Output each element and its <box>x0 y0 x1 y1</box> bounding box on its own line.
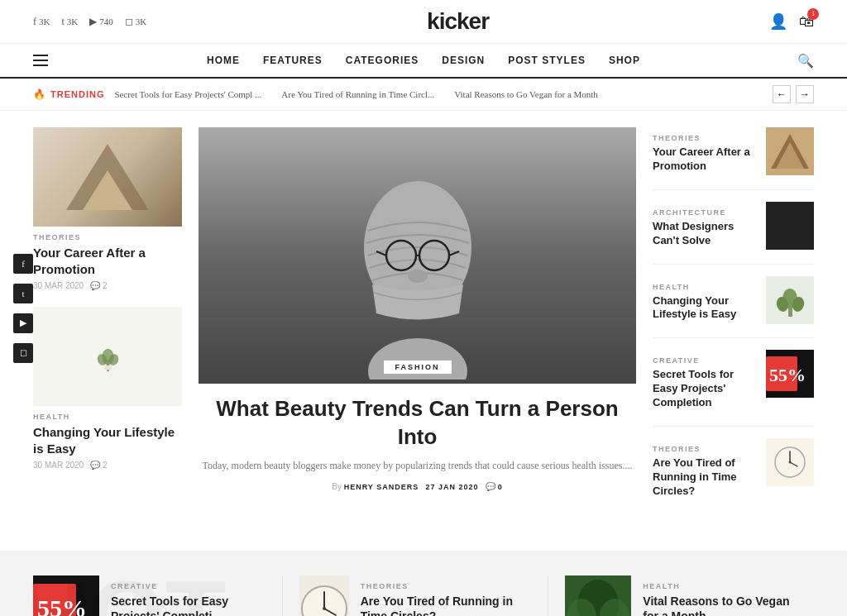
right-art-4-title[interactable]: Secret Tools for Easy Projects' Completi… <box>653 368 758 410</box>
youtube-icon: ▶ <box>89 16 97 28</box>
top-bar: f 3K t 3K ▶ 740 ◻ 3K kicker 👤 🛍 1 <box>0 0 847 44</box>
bottom-3-cat: HEALTH <box>643 582 797 590</box>
bottom-3-title[interactable]: Vital Reasons to Go Vegan for a Month <box>643 594 797 616</box>
twitter-count: t 3K <box>61 16 78 28</box>
svg-point-7 <box>408 270 428 283</box>
bottom-card-3-img <box>565 575 631 616</box>
nav-design[interactable]: DESIGN <box>442 54 485 67</box>
right-art-1-cat: THEORIES <box>653 134 758 142</box>
trending-item-2[interactable]: Are You Tired of Running in Time Circl..… <box>281 89 434 99</box>
left-article-2: HEALTH Changing Your Lifestyle is Easy 3… <box>33 307 182 470</box>
right-art-5-title[interactable]: Are You Tired of Running in Time Circles… <box>653 456 758 499</box>
trending-item-1[interactable]: Secret Tools for Easy Projects' Compl ..… <box>114 89 261 99</box>
right-art-1-title[interactable]: Your Career After a Promotion <box>653 146 758 174</box>
article-1-title[interactable]: Your Career After a Promotion <box>33 245 182 277</box>
nav-categories[interactable]: CATEGORIES <box>346 54 419 67</box>
right-art-2-cat: ARCHITECTURE <box>653 208 758 217</box>
trending-bar: 🔥 TRENDING Secret Tools for Easy Project… <box>0 79 847 111</box>
sidebar-twitter[interactable]: t <box>13 284 33 303</box>
bottom-1-cat: CREATIVE <box>111 582 266 590</box>
search-icon[interactable]: 🔍 <box>797 53 814 69</box>
bottom-card-2: THEORIES Are You Tired of Running in Tim… <box>283 575 549 616</box>
user-icon[interactable]: 👤 <box>769 12 787 31</box>
right-art-3-img <box>766 276 814 324</box>
nav-shop[interactable]: SHOP <box>609 54 640 67</box>
right-column: THEORIES Your Career After a Promotion A… <box>653 127 814 526</box>
social-counts: f 3K t 3K ▶ 740 ◻ 3K <box>33 16 146 28</box>
article-1-image <box>33 127 182 227</box>
nav-home[interactable]: HOME <box>207 54 240 67</box>
article-2-title[interactable]: Changing Your Lifestyle is Easy <box>33 424 182 456</box>
hero-title[interactable]: What Beauty Trends Can Turn a Person Int… <box>199 395 636 451</box>
nav-bar: HOME FEATURES CATEGORIES DESIGN POST STY… <box>0 44 847 79</box>
nav-features[interactable]: FEATURES <box>263 54 323 67</box>
right-art-3-title[interactable]: Changing Your Lifestyle is Easy <box>653 294 758 322</box>
right-article-2: ARCHITECTURE What Designers Can't Solve <box>653 202 814 265</box>
main-content: THEORIES Your Career After a Promotion 3… <box>0 111 847 542</box>
trending-next[interactable]: → <box>796 85 814 103</box>
right-art-4-img: 55% <box>766 350 814 398</box>
right-art-5-cat: THEORIES <box>653 445 758 453</box>
hero-comments: 0 <box>498 483 503 491</box>
fire-icon: 🔥 <box>33 88 46 100</box>
cart-icon[interactable]: 🛍 1 <box>799 13 814 31</box>
twitter-icon: t <box>61 16 64 28</box>
nav-post-styles[interactable]: POST STYLES <box>508 54 586 67</box>
bottom-card-2-img <box>299 575 349 616</box>
hero-person-svg <box>335 131 500 380</box>
facebook-count: f 3K <box>33 16 50 28</box>
bottom-card-1: 55% CREATIVE Secret Tools for Easy Proje… <box>33 575 283 616</box>
article-2-image <box>33 307 182 406</box>
trending-item-3[interactable]: Vital Reasons to Go Vegan for a Month <box>454 89 598 99</box>
svg-text:55%: 55% <box>37 595 87 616</box>
plant-svg <box>93 342 122 371</box>
right-article-5: THEORIES Are You Tired of Running in Tim… <box>653 438 814 514</box>
trending-prev[interactable]: ← <box>773 85 791 103</box>
instagram-icon: ◻ <box>125 16 133 28</box>
right-art-2-title[interactable]: What Designers Can't Solve <box>653 220 758 248</box>
right-art-5-img <box>766 438 814 486</box>
bottom-card-3: HEALTH Vital Reasons to Go Vegan for a M… <box>548 575 814 616</box>
center-column: FASHION What Beauty Trends Can Turn a Pe… <box>199 127 636 526</box>
bottom-grid: 55% CREATIVE Secret Tools for Easy Proje… <box>33 575 814 616</box>
svg-text:55%: 55% <box>769 365 806 385</box>
article-1-meta: 30 MAR 2020 💬 2 <box>33 281 182 290</box>
instagram-count: ◻ 3K <box>125 16 146 28</box>
bottom-section: HOT 55% CREATIVE Secret Tools for Easy P… <box>0 551 847 616</box>
sidebar-facebook[interactable]: f <box>13 254 33 274</box>
youtube-count: ▶ 740 <box>89 16 113 28</box>
trending-items: Secret Tools for Easy Projects' Compl ..… <box>114 89 763 99</box>
hero-date: 27 JAN 2020 <box>426 483 479 491</box>
hero-image-bg <box>199 127 636 384</box>
right-art-4-cat: CREATIVE <box>653 356 758 365</box>
trending-nav: ← → <box>773 85 814 103</box>
bottom-card-1-img: 55% <box>33 575 99 616</box>
svg-point-9 <box>419 241 449 270</box>
hero-image: FASHION <box>199 127 636 384</box>
svg-point-8 <box>386 241 416 270</box>
article-1-category: THEORIES <box>33 233 182 241</box>
hamburger-menu[interactable] <box>33 55 48 66</box>
cart-count: 1 <box>807 8 819 20</box>
hero-author-name: HENRY SANDERS <box>344 483 419 491</box>
trending-label: 🔥 TRENDING <box>33 88 104 100</box>
hero-author-line: By HENRY SANDERS 27 JAN 2020 💬 0 <box>199 482 636 491</box>
bottom-1-title[interactable]: Secret Tools for Easy Projects' Completi… <box>111 594 266 616</box>
facebook-icon: f <box>33 16 36 28</box>
right-art-1-img <box>766 127 814 175</box>
right-art-3-cat: HEALTH <box>653 283 758 291</box>
sidebar-instagram[interactable]: ◻ <box>13 343 33 363</box>
hero-category-tag: FASHION <box>383 361 451 374</box>
bottom-2-title[interactable]: Are You Tired of Running in Time Circles… <box>361 594 532 616</box>
left-article-1: THEORIES Your Career After a Promotion 3… <box>33 127 182 290</box>
social-sidebar: f t ▶ ◻ <box>13 254 33 363</box>
sidebar-youtube[interactable]: ▶ <box>13 313 33 333</box>
site-logo[interactable]: kicker <box>427 8 489 35</box>
right-article-1: THEORIES Your Career After a Promotion <box>653 127 814 190</box>
svg-rect-4 <box>104 365 111 370</box>
hero-excerpt: Today, modern beauty bloggers make money… <box>199 458 636 474</box>
left-column: THEORIES Your Career After a Promotion 3… <box>33 127 182 526</box>
bottom-2-cat: THEORIES <box>361 582 532 590</box>
top-bar-actions: 👤 🛍 1 <box>769 12 814 31</box>
right-article-4: CREATIVE Secret Tools for Easy Projects'… <box>653 350 814 427</box>
